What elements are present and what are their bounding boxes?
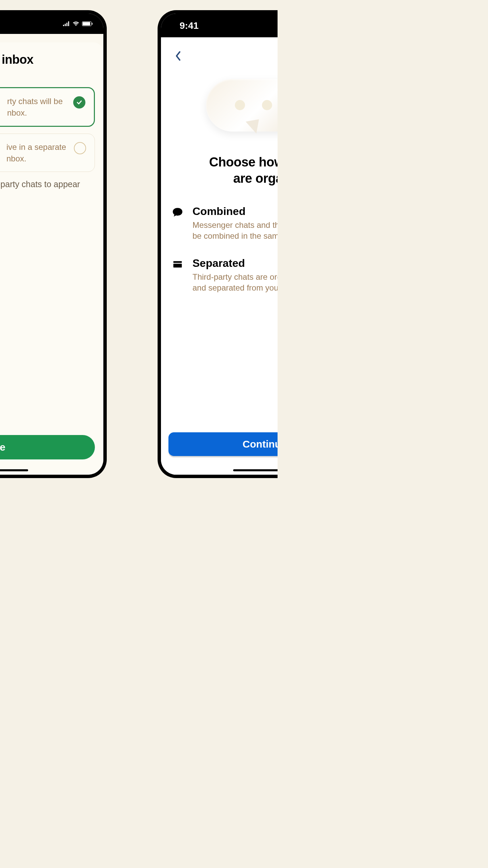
choice-title: Combined bbox=[192, 205, 278, 218]
choice-description: Third-party chats are orga and separated… bbox=[192, 272, 278, 294]
continue-button[interactable]: Continu bbox=[168, 432, 278, 456]
choice-separated[interactable]: Separated Third-party chats are orga and… bbox=[171, 257, 278, 294]
cellular-signal-icon bbox=[63, 20, 70, 28]
dot-icon bbox=[262, 100, 272, 110]
phone-mockup-left: inbox rty chats will be nbox. ive in a s… bbox=[0, 10, 107, 478]
folder-icon bbox=[171, 258, 184, 271]
wifi-icon bbox=[73, 20, 79, 28]
back-button[interactable] bbox=[171, 49, 185, 63]
option-separated[interactable]: ive in a separate nbox. bbox=[0, 134, 95, 172]
phone-screen-left: inbox rty chats will be nbox. ive in a s… bbox=[0, 14, 103, 475]
phone-screen-right: 9:41 Choose how thirc are organ Combined bbox=[161, 14, 278, 475]
svg-rect-2 bbox=[66, 23, 67, 26]
choice-title: Separated bbox=[192, 257, 278, 270]
helper-text: -party chats to appear bbox=[0, 179, 95, 190]
battery-icon bbox=[82, 21, 92, 26]
svg-rect-1 bbox=[65, 24, 66, 26]
svg-rect-3 bbox=[68, 21, 69, 26]
button-label: Continu bbox=[243, 438, 278, 450]
home-indicator[interactable] bbox=[233, 469, 278, 471]
onboarding-sheet: Choose how thirc are organ Combined Mess… bbox=[161, 42, 278, 475]
done-button[interactable]: e bbox=[0, 435, 95, 459]
status-bar bbox=[0, 14, 103, 34]
hero-illustration bbox=[203, 73, 278, 137]
status-time: 9:41 bbox=[180, 20, 199, 31]
svg-rect-4 bbox=[174, 261, 182, 263]
button-label: e bbox=[0, 441, 5, 453]
radio-selected-icon bbox=[73, 96, 85, 108]
svg-rect-0 bbox=[63, 25, 64, 26]
page-title: inbox bbox=[2, 53, 95, 67]
home-indicator[interactable] bbox=[0, 469, 28, 471]
option-text: ive in a separate nbox. bbox=[6, 141, 69, 164]
settings-sheet: inbox rty chats will be nbox. ive in a s… bbox=[0, 42, 103, 475]
chat-bubble-icon bbox=[171, 206, 184, 219]
option-text: rty chats will be nbox. bbox=[7, 96, 68, 118]
dot-icon bbox=[235, 100, 245, 110]
phone-mockup-right: 9:41 Choose how thirc are organ Combined bbox=[158, 10, 278, 478]
chevron-left-icon bbox=[175, 51, 181, 61]
svg-rect-5 bbox=[174, 264, 182, 268]
option-combined[interactable]: rty chats will be nbox. bbox=[0, 87, 95, 127]
status-bar bbox=[161, 14, 278, 37]
page-title: Choose how thirc are organ bbox=[171, 154, 278, 186]
radio-empty-icon bbox=[74, 142, 86, 154]
choice-description: Messenger chats and thirc be combined in… bbox=[192, 220, 278, 242]
choice-combined[interactable]: Combined Messenger chats and thirc be co… bbox=[171, 205, 278, 242]
